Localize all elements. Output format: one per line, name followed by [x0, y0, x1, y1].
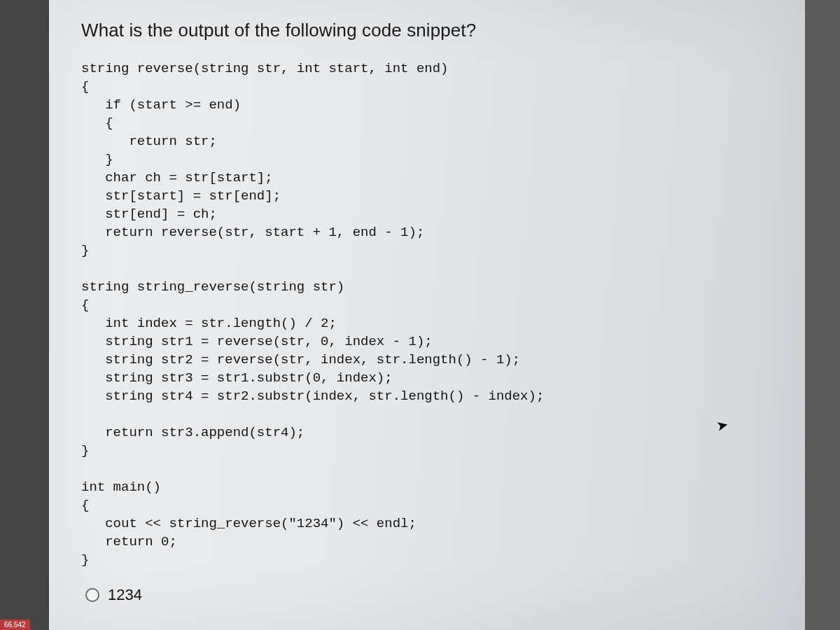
code-line: return reverse(str, start + 1, end - 1);	[81, 225, 424, 240]
code-line: {	[81, 298, 89, 313]
code-line: {	[81, 498, 89, 513]
radio-icon[interactable]	[85, 588, 99, 602]
code-line: if (start >= end)	[81, 97, 241, 113]
code-line: string str1 = reverse(str, 0, index - 1)…	[81, 334, 433, 349]
code-line: {	[81, 115, 113, 131]
answer-option-1[interactable]: 1234	[85, 586, 773, 604]
question-title: What is the output of the following code…	[81, 20, 773, 41]
quiz-page: What is the output of the following code…	[49, 0, 805, 630]
code-line: string reverse(string str, int start, in…	[81, 61, 449, 76]
window-chrome-left	[0, 0, 49, 630]
code-line: }	[81, 152, 113, 167]
code-line: return str;	[81, 134, 217, 149]
code-line: cout << string_reverse("1234") << endl;	[81, 516, 416, 531]
answer-option-1-label: 1234	[108, 586, 142, 604]
code-line: int index = str.length() / 2;	[81, 316, 337, 331]
code-line: string str4 = str2.substr(index, str.len…	[81, 388, 544, 404]
code-line: string str2 = reverse(str, index, str.le…	[81, 352, 520, 368]
code-snippet: string reverse(string str, int start, in…	[81, 59, 773, 569]
code-line: }	[81, 443, 89, 458]
code-line: str[end] = ch;	[81, 206, 217, 222]
code-line: int main()	[81, 479, 161, 495]
code-line: {	[81, 79, 89, 94]
code-line: char ch = str[start];	[81, 170, 273, 186]
code-line: str[start] = str[end];	[81, 188, 281, 204]
code-line: string string_reverse(string str)	[81, 279, 344, 295]
code-line: return str3.append(str4);	[81, 425, 304, 440]
code-line: }	[81, 552, 89, 568]
code-line: }	[81, 243, 89, 258]
code-line: return 0;	[81, 534, 177, 550]
code-line: string str3 = str1.substr(0, index);	[81, 370, 393, 386]
bottom-left-tag: 66.542	[0, 620, 30, 630]
